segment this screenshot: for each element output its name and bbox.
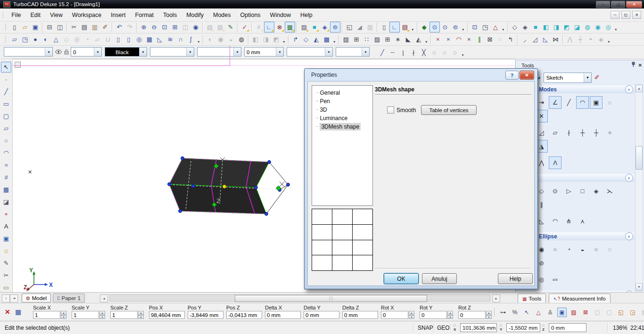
pen-tool-icon[interactable]: ✎ bbox=[225, 22, 236, 33]
rotate-cp-icon[interactable]: ◺ bbox=[540, 34, 551, 45]
cylinder-h-icon[interactable]: ▯ bbox=[124, 34, 134, 45]
menu-view[interactable]: View bbox=[45, 10, 67, 20]
menu-modes[interactable]: Modes bbox=[208, 10, 236, 20]
style-combo[interactable]: ▼ bbox=[4, 47, 53, 57]
crosshair-tool-icon[interactable]: + bbox=[1, 209, 11, 220]
parallel-icon[interactable]: ∥ bbox=[474, 34, 485, 45]
ellipse-diameter[interactable]: ○ bbox=[549, 243, 561, 256]
toolbar-expander[interactable]: ▾ bbox=[332, 34, 337, 45]
corner-mark-icon[interactable]: ◣ bbox=[403, 34, 413, 45]
table-of-vertices-button[interactable]: Table of vertices bbox=[421, 105, 477, 115]
sketch-combo[interactable]: Sketch▼ bbox=[544, 73, 592, 83]
field-input[interactable]: 1 bbox=[72, 311, 99, 319]
camera-2-icon[interactable]: ⊙ bbox=[440, 22, 450, 33]
pencil-tool-icon[interactable]: ✎ bbox=[1, 258, 11, 269]
new-page-icon[interactable]: ▯ bbox=[379, 22, 389, 33]
camera-3-icon[interactable]: ⊜ bbox=[450, 22, 461, 33]
zoom-printed-icon[interactable]: ◫ bbox=[180, 22, 190, 33]
field-input[interactable]: 0 mm bbox=[265, 311, 301, 319]
tri-mesh-icon[interactable]: ◭ bbox=[311, 34, 322, 45]
layout-tool-icon[interactable]: ▨ bbox=[215, 22, 225, 33]
menu-file[interactable]: File bbox=[7, 10, 25, 20]
render-quality4-icon[interactable]: ◪ bbox=[572, 22, 582, 33]
field-input[interactable]: 98,4604 mm bbox=[149, 311, 185, 319]
line-width-combo[interactable]: 0 mm▼ bbox=[244, 47, 284, 57]
zoom-in-icon[interactable]: ⊕ bbox=[139, 22, 149, 33]
pattern-fill-icon[interactable]: ▩ bbox=[322, 34, 332, 45]
ellipse-3pt[interactable]: ○ bbox=[590, 243, 603, 256]
layer-combo[interactable]: 0▼ bbox=[71, 47, 102, 57]
image-tool-icon[interactable]: ▧ bbox=[205, 22, 215, 33]
ellipse-ratio[interactable]: a:b bbox=[549, 273, 561, 286]
mdi-close-button[interactable]: ✕ bbox=[632, 11, 641, 19]
bool-intersect-icon[interactable]: ◒ bbox=[226, 34, 236, 45]
tab-paper-1[interactable]: ▯ Paper 1 bbox=[53, 293, 85, 302]
line-polygon[interactable]: ▷ bbox=[562, 185, 575, 197]
menu-window[interactable]: Window bbox=[265, 10, 296, 20]
note-tool-icon[interactable]: ◳ bbox=[480, 22, 490, 33]
toolbar-expander[interactable]: ▾ bbox=[424, 34, 429, 45]
snap-grid-icon[interactable]: # bbox=[254, 22, 264, 33]
chamfer-icon[interactable]: ◿ bbox=[530, 34, 540, 45]
deselect-icon[interactable]: ⊠ bbox=[581, 308, 590, 317]
hemisphere-icon[interactable]: ◐ bbox=[41, 34, 51, 45]
slab-icon[interactable]: ▱ bbox=[92, 34, 103, 45]
line-style-combo[interactable]: ▼ bbox=[287, 47, 333, 57]
scroll-down-icon[interactable]: ▼ bbox=[636, 283, 643, 291]
field-input[interactable]: -3,8449 mm bbox=[188, 311, 223, 319]
degrade-icon[interactable]: △ bbox=[534, 308, 543, 317]
arc-trim-icon[interactable]: ◠ bbox=[454, 34, 464, 45]
zoom-selection-icon[interactable]: ◉ bbox=[190, 22, 201, 33]
trim-2-icon[interactable]: × bbox=[443, 34, 454, 45]
camera-1-icon[interactable]: ⊙ bbox=[429, 22, 440, 33]
line-angle[interactable]: ⋋ bbox=[603, 185, 616, 197]
roundrect-tool-icon[interactable]: ▢ bbox=[1, 111, 11, 122]
geo-indicator[interactable]: GEO bbox=[437, 325, 450, 331]
ellipse-half[interactable]: ◒ bbox=[576, 243, 589, 256]
red-book-icon[interactable]: ▤ bbox=[400, 22, 410, 33]
field-spinner[interactable]: ▲▼ bbox=[138, 311, 144, 319]
grid-array2-icon[interactable]: ⊞ bbox=[382, 34, 393, 45]
maximize-button[interactable]: ❏ bbox=[611, 1, 625, 8]
snap-indicator[interactable]: SNAP bbox=[418, 325, 433, 331]
pattern-combo[interactable]: ▼ bbox=[197, 47, 241, 57]
dialog-help-icon[interactable]: ? bbox=[505, 71, 519, 80]
save-icon[interactable]: ▣ bbox=[30, 22, 41, 33]
zoom-out-icon[interactable]: ⊖ bbox=[149, 22, 159, 33]
line-tool-icon[interactable]: ╱ bbox=[1, 86, 11, 97]
toolbar-expander[interactable]: ▾ bbox=[460, 47, 465, 58]
mdi-restore-button[interactable]: ◱ bbox=[621, 11, 630, 19]
coil-icon[interactable]: ◔ bbox=[82, 34, 92, 45]
grid-array-icon[interactable]: ⊞ bbox=[351, 34, 362, 45]
disc-icon[interactable]: ◎ bbox=[134, 34, 144, 45]
tab-scroll-right-icon[interactable]: ▸ bbox=[492, 294, 500, 302]
render-shade2-icon[interactable]: ◉ bbox=[593, 22, 603, 33]
print-icon[interactable]: ⊟ bbox=[44, 22, 55, 33]
menu-workspace[interactable]: Workspace bbox=[67, 10, 106, 20]
field-input[interactable]: 1 bbox=[110, 311, 138, 319]
snap-tangent[interactable]: ∤ bbox=[562, 126, 575, 139]
hscroll-thumb[interactable]: ┆┆ bbox=[235, 295, 427, 302]
render-wireframe-icon[interactable]: ◇ bbox=[510, 22, 520, 33]
layers-tool-icon[interactable]: ⊜ bbox=[330, 22, 340, 33]
field-spinner[interactable]: ▲▼ bbox=[61, 311, 66, 319]
snap-ortho-icon[interactable]: ∟ bbox=[264, 22, 274, 33]
render-shade3-icon[interactable]: ◎ bbox=[603, 22, 613, 33]
select-tool-icon[interactable]: ↖ bbox=[1, 62, 11, 73]
tree-item-3dmesh-shape[interactable]: ┄3DMesh shape bbox=[312, 122, 372, 131]
field-input[interactable]: 0 mm bbox=[304, 311, 339, 319]
vector-icon[interactable]: ◇ bbox=[301, 34, 311, 45]
node-edit-icon[interactable]: ↖ bbox=[522, 308, 531, 317]
layout-split-icon[interactable]: ↕ bbox=[2, 294, 10, 302]
snap-line[interactable]: ╱ bbox=[562, 96, 575, 109]
x-coord-field[interactable]: 101,3636 mm bbox=[460, 323, 497, 332]
spell-check-icon[interactable]: ✓ bbox=[239, 22, 250, 33]
flip-b-icon[interactable]: ◲ bbox=[628, 308, 637, 317]
copy-icon[interactable]: ▤ bbox=[79, 22, 90, 33]
torus-icon[interactable]: ◎ bbox=[72, 34, 82, 45]
ellipse-rotated[interactable]: ◌ bbox=[603, 243, 616, 256]
person-icon[interactable]: ♙ bbox=[545, 308, 555, 317]
snap-angle[interactable]: ∠ bbox=[549, 96, 561, 109]
render-quality3-icon[interactable]: ◩ bbox=[561, 22, 572, 33]
toolbar-expander[interactable]: ▾ bbox=[613, 22, 619, 33]
